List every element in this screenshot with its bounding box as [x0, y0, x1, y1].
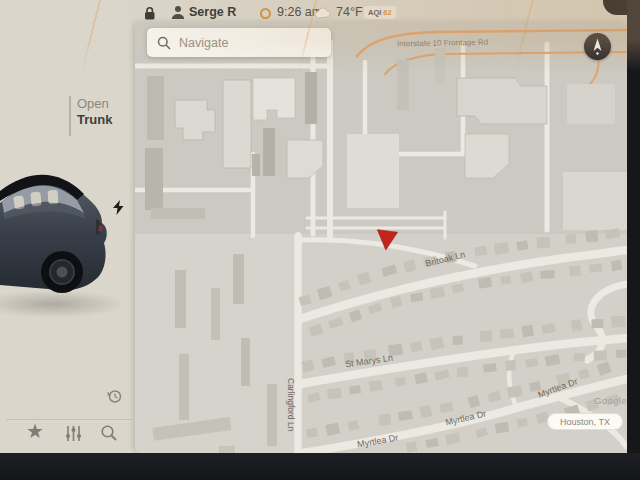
taskbar-dock: X ⋯ ▶ ‹ › [0, 453, 640, 480]
driver-name[interactable]: Serge R [189, 5, 236, 19]
vehicle-panel: Open Trunk [0, 0, 135, 453]
media-divider [6, 419, 132, 420]
vehicle-location-arrow-icon [374, 226, 400, 252]
trunk-pointer-line [69, 96, 71, 136]
vehicle-render[interactable] [0, 163, 118, 308]
bezel-right [627, 0, 640, 453]
compass-icon [584, 33, 611, 60]
map[interactable]: Navigate Interstate 10 Frontage Rd Brito… [135, 22, 627, 453]
aqi-label: AQI [368, 8, 381, 17]
open-trunk-button-line1[interactable]: Open [77, 96, 109, 111]
cloud-icon [315, 7, 332, 19]
media-search-icon[interactable] [100, 424, 118, 442]
navigate-search-input[interactable]: Navigate [147, 28, 331, 57]
vehicle-reflection [0, 290, 126, 318]
charge-port-bolt-icon [113, 200, 124, 215]
driver-profile-icon[interactable] [171, 5, 185, 20]
city-chip[interactable]: Houston, TX [547, 413, 623, 430]
sentry-mode-icon [260, 8, 271, 19]
equalizer-sliders-icon[interactable] [64, 425, 83, 442]
search-icon [157, 36, 171, 50]
open-trunk-button-line2[interactable]: Trunk [77, 112, 112, 127]
outside-temperature[interactable]: 74°F [336, 5, 363, 19]
photo-frame: 20 % Serge R 9:26 am 74°F AQI 62 Open Tr… [0, 0, 640, 480]
lock-icon[interactable] [143, 6, 156, 20]
favorites-star-icon[interactable]: ★ [26, 421, 44, 441]
street-label-carlingford: Carlingford Ln [286, 378, 296, 431]
search-placeholder: Navigate [179, 36, 228, 50]
aqi-badge: AQI 62 [364, 6, 396, 19]
map-attribution: Google [594, 395, 627, 406]
compass-north-button[interactable] [584, 33, 611, 60]
tesla-screen: 20 % Serge R 9:26 am 74°F AQI 62 Open Tr… [0, 0, 640, 453]
aqi-value: 62 [383, 8, 391, 17]
recents-icon[interactable] [106, 388, 123, 405]
